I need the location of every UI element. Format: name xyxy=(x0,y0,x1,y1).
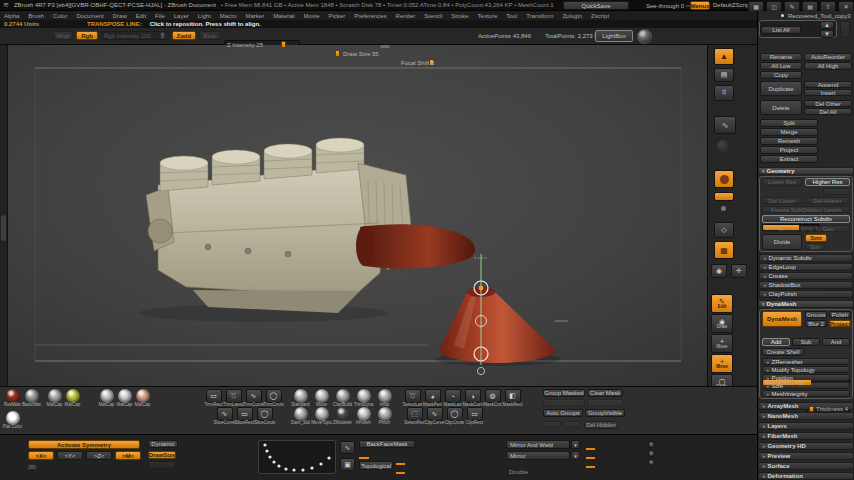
polish-features-toggle[interactable] xyxy=(648,441,655,448)
brush-thumbnail[interactable]: ∿ SliceCurve xyxy=(215,407,234,426)
mrgb-button[interactable]: Mrgb xyxy=(53,31,73,40)
matcap-thumbnail[interactable]: MatCap xyxy=(116,389,133,408)
append-button[interactable]: Append xyxy=(804,81,852,88)
local-icon[interactable]: ◉ xyxy=(711,264,727,278)
add-button[interactable]: Add xyxy=(762,338,790,346)
mirror-dropdown[interactable]: ▾ xyxy=(571,451,580,460)
group-masked-button[interactable]: Group Masked xyxy=(543,389,585,397)
menu-item[interactable]: Tool xyxy=(506,13,517,19)
stroke-slot-icon[interactable]: ∿ xyxy=(714,116,736,134)
matcap-thumbnail[interactable]: MatCap xyxy=(134,389,151,408)
matcap-thumbnail[interactable]: MatCap xyxy=(64,389,81,408)
collapsed-section-header[interactable]: ▸ ShadowBox xyxy=(759,281,853,289)
palette-section-header[interactable]: ▸ Surface xyxy=(758,462,854,470)
menu-item[interactable]: Preferences xyxy=(354,13,386,19)
suv-button[interactable]: Suv xyxy=(805,243,825,250)
menu-item[interactable]: Transform xyxy=(526,13,553,19)
brush-thumbnail[interactable]: ◯ ClipCircle xyxy=(445,407,464,426)
symmetry-x-button[interactable]: >X< xyxy=(28,451,54,460)
brush-thumbnail[interactable]: ▭ SliceRect xyxy=(235,407,254,426)
reconstruct-subdiv-button[interactable]: Reconstruct Subdiv xyxy=(762,215,850,223)
menu-item[interactable]: Picker xyxy=(329,13,346,19)
brush-thumbnail[interactable]: ➰ SelectLas xyxy=(403,389,422,408)
clear-mask-button[interactable]: Clear Mask xyxy=(587,389,623,397)
symmetry-z-button[interactable]: >Z< xyxy=(86,451,112,460)
rename-button[interactable]: Rename xyxy=(760,53,802,61)
topological-button[interactable]: Topological xyxy=(359,461,393,470)
all-high-button[interactable]: All High xyxy=(804,62,852,70)
rgb-intensity-slider[interactable]: Rgb Intensity 100 xyxy=(101,31,169,40)
menu-item[interactable]: Macro xyxy=(220,13,237,19)
mode-button[interactable]: ✎ Edit xyxy=(711,294,733,313)
menu-item[interactable]: Stroke xyxy=(451,13,468,19)
secondary-swatch-icon[interactable] xyxy=(714,192,734,201)
alpha-modifier-icon[interactable]: ∿ xyxy=(340,441,355,454)
brush-thumbnail[interactable]: ◕ MaskPen xyxy=(423,389,442,408)
menu-item[interactable]: Movie xyxy=(304,13,320,19)
del-all-button[interactable]: Del All xyxy=(804,108,852,115)
activate-symmetry-button[interactable]: Activate Symmetry xyxy=(28,440,140,449)
relax-toggle[interactable] xyxy=(648,459,655,466)
mode-button[interactable]: + Move xyxy=(711,334,733,353)
subtool-down-button[interactable]: ▼ xyxy=(820,30,834,38)
double-label[interactable]: Double xyxy=(509,469,528,475)
brush-thumbnail[interactable]: ➰ TrimLasso xyxy=(224,389,243,408)
palette-section-header[interactable]: ▸ Geometry HD xyxy=(758,442,854,450)
collapsed-section-header[interactable]: ▸ Dynamic Subdiv xyxy=(759,254,853,262)
zsub-button[interactable]: Zsub xyxy=(199,31,221,40)
menu-item[interactable]: Zplugin xyxy=(562,13,582,19)
dynamic-aux-button[interactable] xyxy=(148,461,176,469)
zadd-button[interactable]: Zadd xyxy=(172,31,196,40)
remesh-button[interactable]: Remesh xyxy=(760,137,818,145)
mode-button[interactable]: ◉ Draw xyxy=(711,314,733,333)
symmetry-m-button[interactable]: >M< xyxy=(115,451,141,460)
sub-section-header[interactable]: ▸ Modify Topology xyxy=(762,366,850,373)
group-visible-button[interactable]: GroupVisible xyxy=(585,409,625,417)
texture-slot-icon[interactable]: ▤ xyxy=(714,68,734,82)
create-shell-button[interactable]: Create Shell xyxy=(762,348,804,356)
project-button[interactable]: Project xyxy=(760,146,818,154)
duplicate-button[interactable]: Duplicate xyxy=(760,81,802,96)
polish-button[interactable]: Polish xyxy=(829,311,851,318)
thickness-slider[interactable]: Thickness 4 xyxy=(806,405,850,413)
del-hidden-button[interactable]: Del Hidden xyxy=(584,421,618,429)
autoreorder-button[interactable]: AutoReorder xyxy=(804,53,852,61)
brush-thumbnail[interactable]: ◯ SliceCircle xyxy=(255,407,274,426)
backface-mask-button[interactable]: BackFaceMask xyxy=(359,440,415,448)
blur-button[interactable]: Blur 2 xyxy=(805,320,827,327)
floor-icon[interactable]: ▦ xyxy=(714,241,734,259)
visibility-aux-button-2[interactable] xyxy=(563,421,581,428)
dynamesh-section-header[interactable]: ▾ DynaMesh xyxy=(758,300,854,308)
brush-thumbnail[interactable]: TrimDyna xyxy=(354,389,373,408)
geometry-section-header[interactable]: ▾ Geometry xyxy=(758,167,854,175)
collapsed-section-header[interactable]: ▸ ClayPolish xyxy=(759,290,853,298)
menu-item[interactable]: File xyxy=(155,13,165,19)
material-thumbnail[interactable]: BasicMat xyxy=(23,389,40,409)
color-swatch-icon[interactable] xyxy=(714,170,734,188)
subtool-up-button[interactable]: ▲ xyxy=(820,21,834,29)
persp-icon[interactable]: ◇ xyxy=(714,222,734,238)
delete-button[interactable]: Delete xyxy=(760,100,802,115)
palette-section-header[interactable]: ▸ NanoMesh xyxy=(758,412,854,420)
subtool-list-all-button[interactable]: List All xyxy=(761,26,801,34)
menu-item[interactable]: Texture xyxy=(478,13,498,19)
freeze-subdiv-button[interactable]: Freeze SubDivision Levels xyxy=(762,206,850,213)
sdiv-aux-button[interactable] xyxy=(823,188,850,195)
subtool-extra-button[interactable] xyxy=(840,21,850,38)
merge-button[interactable]: Merge xyxy=(760,128,818,136)
groups-button[interactable]: Groups xyxy=(805,311,827,318)
pressure-curve-editor[interactable] xyxy=(258,440,336,474)
current-tool-icon[interactable]: ▲ xyxy=(714,48,734,65)
viewport-canvas[interactable] xyxy=(8,45,707,386)
menu-item[interactable]: Layer xyxy=(174,13,189,19)
quicksave-button[interactable]: QuickSave xyxy=(563,1,629,10)
mirror-and-weld-dropdown[interactable]: ▾ xyxy=(571,440,580,449)
menu-item[interactable]: Material xyxy=(273,13,294,19)
brush-thumbnail[interactable]: Dam_Std xyxy=(291,407,310,426)
mirror-and-weld-button[interactable]: Mirror And Weld xyxy=(506,440,570,449)
alpha-slot-icon[interactable]: ⠿ xyxy=(714,85,734,101)
masking-aux-button-2[interactable] xyxy=(587,399,623,407)
menu-item[interactable]: Zscript xyxy=(591,13,609,19)
menu-item[interactable]: Render xyxy=(396,13,416,19)
brush-thumbnail[interactable]: ▭ ClipRect xyxy=(465,407,484,426)
